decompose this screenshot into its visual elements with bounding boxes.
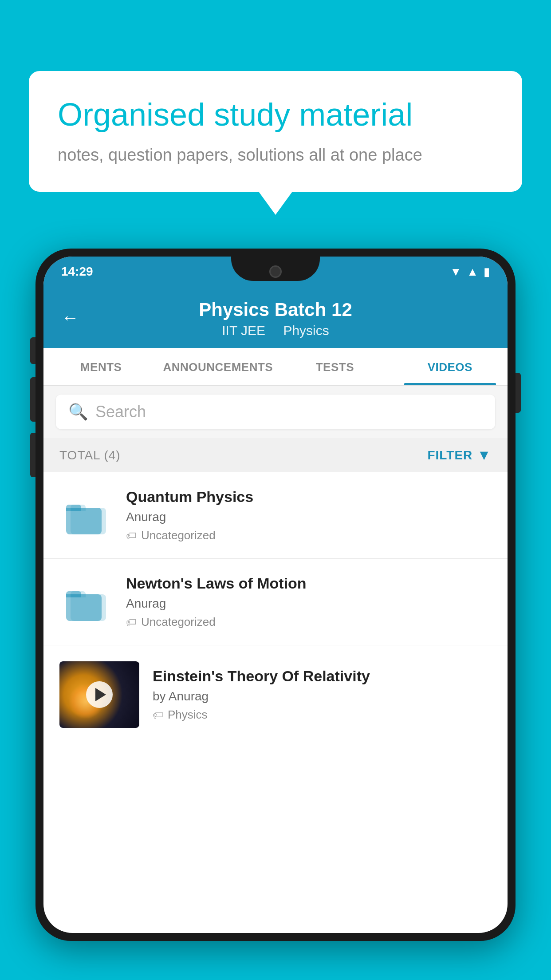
- search-placeholder: Search: [95, 403, 146, 421]
- phone-outer: 14:29 ▼ ▲ ▮ ← Physics Batch 12 IIT JEE P…: [35, 249, 516, 941]
- bubble-title: Organised study material: [58, 95, 493, 134]
- list-item[interactable]: Newton's Laws of Motion Anurag 🏷 Uncateg…: [43, 559, 508, 645]
- folder-icon-wrap: [59, 489, 113, 542]
- video-author: Anurag: [126, 597, 492, 611]
- phone-side-btn-right: [516, 373, 521, 413]
- status-icons: ▼ ▲ ▮: [450, 265, 490, 279]
- filter-button[interactable]: FILTER ▼: [427, 447, 492, 463]
- video-thumbnail: [59, 661, 139, 728]
- video-info: Einstein's Theory Of Relativity by Anura…: [153, 668, 492, 722]
- search-bar[interactable]: 🔍 Search: [56, 395, 495, 429]
- header-subtitle-iitjee: IIT JEE: [222, 323, 265, 338]
- phone-notch: [231, 257, 320, 281]
- tag-icon: 🏷: [126, 616, 137, 628]
- video-tag: 🏷 Uncategorized: [126, 615, 492, 629]
- phone-side-btn-left3: [30, 433, 35, 477]
- phone-screen: 14:29 ▼ ▲ ▮ ← Physics Batch 12 IIT JEE P…: [43, 257, 508, 933]
- folder-body-main: [66, 508, 102, 534]
- battery-icon: ▮: [484, 265, 490, 279]
- list-item[interactable]: Quantum Physics Anurag 🏷 Uncategorized: [43, 472, 508, 559]
- play-button[interactable]: [86, 681, 113, 708]
- video-title: Einstein's Theory Of Relativity: [153, 668, 492, 685]
- phone-side-btn-left2: [30, 377, 35, 422]
- play-icon: [95, 688, 106, 701]
- tab-announcements[interactable]: ANNOUNCEMENTS: [158, 348, 277, 385]
- video-tag: 🏷 Uncategorized: [126, 529, 492, 542]
- filter-bar: TOTAL (4) FILTER ▼: [43, 438, 508, 472]
- filter-label: FILTER: [427, 448, 472, 462]
- tag-label: Uncategorized: [141, 529, 216, 542]
- search-icon: 🔍: [68, 403, 88, 421]
- folder-icon: [66, 583, 106, 621]
- wifi-icon: ▼: [450, 265, 462, 279]
- header-subtitle-physics: Physics: [283, 323, 329, 338]
- video-title: Quantum Physics: [126, 488, 492, 506]
- app-header: ← Physics Batch 12 IIT JEE Physics: [43, 287, 508, 348]
- phone-side-btn-left1: [30, 337, 35, 364]
- status-time: 14:29: [61, 265, 93, 279]
- video-info: Newton's Laws of Motion Anurag 🏷 Uncateg…: [126, 575, 492, 629]
- tag-icon: 🏷: [153, 709, 163, 721]
- tag-label: Uncategorized: [141, 615, 216, 629]
- phone-container: 14:29 ▼ ▲ ▮ ← Physics Batch 12 IIT JEE P…: [35, 249, 516, 980]
- video-tag: 🏷 Physics: [153, 708, 492, 722]
- video-author: Anurag: [126, 510, 492, 524]
- tag-icon: 🏷: [126, 530, 137, 542]
- tab-tests[interactable]: TESTS: [277, 348, 392, 385]
- video-list: Quantum Physics Anurag 🏷 Uncategorized: [43, 472, 508, 744]
- bubble-subtitle: notes, question papers, solutions all at…: [58, 143, 493, 167]
- folder-icon: [66, 497, 106, 534]
- tab-ments[interactable]: MENTS: [43, 348, 158, 385]
- video-title: Newton's Laws of Motion: [126, 575, 492, 592]
- list-item[interactable]: Einstein's Theory Of Relativity by Anura…: [43, 645, 508, 744]
- tag-label: Physics: [168, 708, 208, 722]
- back-button[interactable]: ←: [61, 308, 79, 328]
- search-bar-container: 🔍 Search: [43, 386, 508, 438]
- tabs-bar: MENTS ANNOUNCEMENTS TESTS VIDEOS: [43, 348, 508, 386]
- tab-videos[interactable]: VIDEOS: [393, 348, 508, 385]
- video-info: Quantum Physics Anurag 🏷 Uncategorized: [126, 488, 492, 542]
- folder-icon-wrap: [59, 575, 113, 628]
- header-title: Physics Batch 12: [61, 299, 490, 320]
- signal-icon: ▲: [467, 265, 478, 279]
- speech-bubble-wrapper: Organised study material notes, question…: [29, 71, 522, 192]
- folder-body-main: [66, 594, 102, 621]
- speech-bubble: Organised study material notes, question…: [29, 71, 522, 192]
- camera-icon: [269, 265, 282, 278]
- filter-icon: ▼: [477, 447, 492, 463]
- total-count: TOTAL (4): [59, 448, 121, 462]
- video-author: by Anurag: [153, 689, 492, 703]
- header-subtitle: IIT JEE Physics: [61, 323, 490, 338]
